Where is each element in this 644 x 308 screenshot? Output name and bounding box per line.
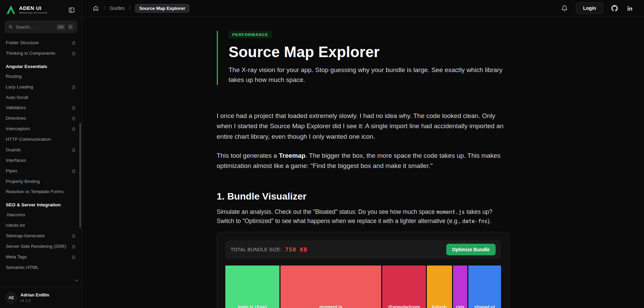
login-button[interactable]: Login: [576, 2, 603, 14]
treemap-block-main-js-app[interactable]: main.js (App)150 KB: [225, 266, 279, 308]
home-button[interactable]: [92, 5, 99, 12]
lock-icon: [71, 41, 76, 45]
brand-logo[interactable]: ADEN UI Webdesign mit Zukunft: [5, 4, 47, 15]
sidebar-item-property-binding[interactable]: Property Binding: [3, 176, 79, 187]
home-icon: [93, 5, 99, 11]
bundle-size-bar: TOTAL BUNDLE SIZE: 750 KB Optimize Bundl…: [225, 240, 501, 259]
brand-name: ADEN UI: [19, 5, 47, 11]
total-bundle-size-value: 750 KB: [285, 246, 308, 253]
sidebar-item-guards[interactable]: Guards: [3, 145, 79, 155]
sidebar-item-pipes[interactable]: Pipes: [3, 166, 79, 176]
treemap-block-moment-js[interactable]: moment.js280 KB: [280, 266, 382, 308]
lock-icon: [71, 51, 76, 56]
treemap-block-label: lodash: [432, 304, 447, 308]
sidebar-item-lazy-loading[interactable]: Lazy Loading: [3, 82, 79, 92]
sidebar-item-label: Auto Scroll: [6, 95, 76, 101]
sidebar-item-label: robots.txt: [6, 223, 76, 228]
page-title: Source Map Explorer: [229, 44, 510, 61]
sidebar-item-label: Property Binding: [6, 179, 76, 185]
lock-icon: [71, 127, 76, 131]
section-heading: 1. Bundle Visualizer: [217, 191, 510, 202]
topbar-actions: Login: [561, 2, 634, 14]
main-content: PERFORMANCE Source Map Explorer The X-ra…: [82, 17, 644, 308]
lock-icon: [71, 255, 76, 259]
brand-tagline: Webdesign mit Zukunft: [19, 12, 47, 14]
inline-code: date-fns: [462, 218, 487, 224]
breadcrumb: / Guides / Source Map Explorer: [92, 4, 190, 13]
github-icon: [611, 5, 618, 12]
page-subtitle: The X-ray vision for your app. Stop gues…: [229, 65, 510, 85]
avatar: AE: [5, 292, 17, 304]
sidebar-item-label: Directives: [6, 116, 71, 121]
sidebar-item-label: Folder Structure: [6, 40, 71, 46]
nav-section-header: Angular Essentials: [3, 59, 79, 71]
search-input[interactable]: Search... Ctrl K: [5, 21, 77, 33]
sidebar-item-robots-txt[interactable]: robots.txt: [3, 220, 79, 231]
sidebar-item-label: Sitemap-Generator: [6, 233, 71, 239]
treemap-block-rxjs[interactable]: rxjs40 KB: [453, 266, 467, 308]
sidebar-user-area[interactable]: AE Adrian Enßlin v1.1.0: [0, 287, 82, 308]
lock-icon: [71, 234, 76, 238]
sidebar-item-label: .htaccess: [6, 212, 76, 218]
lock-icon: [71, 85, 76, 89]
github-link[interactable]: [611, 4, 618, 12]
sidebar-item-server-side-rendering-ssr[interactable]: Server Side Rendering (SSR): [3, 241, 79, 252]
sidebar-item-label: Interfaces: [6, 158, 76, 164]
sidebar-item-routing[interactable]: Routing: [3, 71, 79, 82]
sidebar-item-meta-tags[interactable]: Meta Tags: [3, 252, 79, 262]
sidebar-item-label: Routing: [6, 74, 76, 80]
paragraph-text: ).: [487, 218, 491, 224]
breadcrumb-current: Source Map Explorer: [135, 4, 190, 13]
sidebar-item-label: Meta Tags: [6, 254, 71, 260]
sidebar-item-label: Thinking in Components: [6, 51, 71, 56]
app-window: ADEN UI Webdesign mit Zukunft Search... …: [0, 0, 644, 308]
sidebar-toggle-button[interactable]: [67, 5, 76, 15]
total-bundle-size-label: TOTAL BUNDLE SIZE:: [231, 247, 282, 252]
treemap-block-angular-core[interactable]: @angular/core120 KB: [382, 266, 425, 308]
sidebar-item-directives[interactable]: Directives: [3, 113, 79, 124]
lock-icon: [71, 244, 76, 249]
lock-icon: [71, 148, 76, 152]
sidebar-item-label: HTTP Communication: [6, 137, 76, 142]
treemap-block-lodash[interactable]: lodash70 KB: [427, 266, 452, 308]
sidebar-item-label: Lazy Loading: [6, 84, 71, 90]
panel-left-icon: [68, 7, 75, 13]
section-paragraph: Simulate an analysis. Check out the "Blo…: [217, 207, 510, 226]
sidebar-item-label: Server Side Rendering (SSR): [6, 244, 71, 250]
treemap-block-shared-ui[interactable]: shared-ui90 KB: [468, 266, 501, 308]
sidebar-item-interfaces[interactable]: Interfaces: [3, 155, 79, 166]
treemap-block-label: shared-ui: [474, 304, 495, 308]
sidebar-item-auto-scroll[interactable]: Auto Scroll: [3, 92, 79, 103]
user-name: Adrian Enßlin: [20, 292, 49, 298]
topbar: / Guides / Source Map Explorer Login: [82, 0, 644, 17]
notifications-button[interactable]: [561, 4, 568, 12]
main-area: / Guides / Source Map Explorer Login: [82, 0, 644, 308]
breadcrumb-guides[interactable]: Guides: [110, 5, 125, 11]
shortcut-key-ctrl: Ctrl: [57, 24, 65, 30]
sidebar-item-folder-structure[interactable]: Folder Structure: [3, 38, 79, 48]
lock-icon: [71, 169, 76, 173]
sidebar-item-label: Semantic HTML: [6, 265, 76, 271]
bundle-visualizer-card: TOTAL BUNDLE SIZE: 750 KB Optimize Bundl…: [217, 232, 510, 308]
treemap-block-label: rxjs: [456, 304, 464, 308]
shortcut-key-k: K: [68, 24, 74, 30]
sidebar-item-reactive-vs-template-forms[interactable]: Reactive vs Template Forms: [3, 187, 79, 197]
sidebar-item-interceptors[interactable]: Interceptors: [3, 124, 79, 134]
linkedin-link[interactable]: [626, 4, 634, 12]
brand-logo-icon: [5, 4, 16, 15]
sidebar-scrollbar[interactable]: [79, 123, 81, 228]
breadcrumb-separator: /: [129, 5, 130, 11]
sidebar-item-htaccess[interactable]: .htaccess: [3, 210, 79, 220]
article-paragraph: This tool generates a Treemap. The bigge…: [217, 151, 510, 171]
sidebar-item-thinking-in-components[interactable]: Thinking in Components: [3, 48, 79, 59]
sidebar-item-label: Pipes: [6, 168, 71, 174]
app-version: v1.1.0: [20, 298, 49, 303]
paragraph-text: This tool generates a: [217, 152, 279, 159]
sidebar-item-label: Guards: [6, 147, 71, 153]
treemap: main.js (App)150 KBmoment.js280 KB@angul…: [225, 266, 501, 308]
sidebar-item-semantic-html[interactable]: Semantic HTML: [3, 262, 79, 273]
sidebar-item-http-communication[interactable]: HTTP Communication: [3, 134, 79, 145]
optimize-bundle-button[interactable]: Optimize Bundle: [446, 244, 495, 255]
sidebar-item-sitemap-generator[interactable]: Sitemap-Generator: [3, 231, 79, 241]
sidebar-item-validators[interactable]: Validators: [3, 103, 79, 113]
